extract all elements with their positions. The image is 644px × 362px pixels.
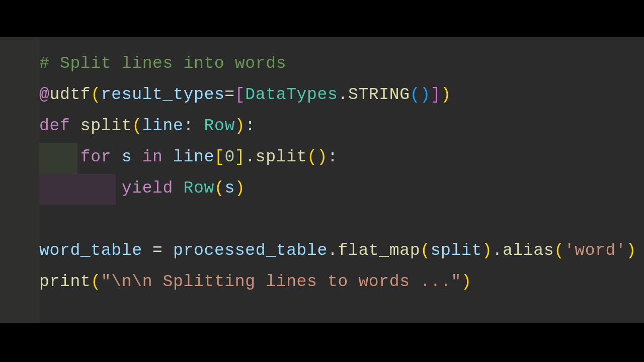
- string-token: "\n\n Splitting lines to words ...": [101, 273, 461, 291]
- code-line-assignment: word_table = processed_table.flat_map(sp…: [39, 235, 644, 266]
- indent-guide: [77, 174, 116, 205]
- paren-token: ): [441, 85, 451, 104]
- bracket-token: [: [235, 85, 245, 104]
- paren-token: ): [626, 241, 636, 260]
- paren-token: (: [214, 179, 224, 198]
- paren-token: ): [235, 179, 245, 198]
- letterbox-top: [0, 0, 644, 37]
- paren-token: ): [420, 85, 430, 104]
- op-token: =: [224, 85, 234, 104]
- space-token: [70, 117, 80, 135]
- dot-token: .: [338, 85, 348, 104]
- method-token: split: [256, 148, 307, 166]
- variable-token: s: [122, 148, 132, 166]
- colon-token: :: [328, 148, 338, 166]
- param-token: line: [142, 117, 184, 135]
- paren-token: ): [482, 241, 492, 260]
- keyword-token: in: [142, 148, 163, 166]
- indent-guide: [39, 143, 77, 174]
- colon-token: :: [245, 117, 255, 135]
- code-line-decorator: @udtf(result_types=[DataTypes.STRING()]): [39, 79, 644, 111]
- builtin-token: print: [39, 273, 91, 291]
- space-token: [173, 179, 183, 198]
- paren-token: (: [554, 241, 564, 260]
- paren-token: ): [235, 117, 245, 135]
- code-line-comment: # Split lines into words: [39, 48, 644, 79]
- keyword-token: for: [80, 148, 111, 166]
- param-token: result_types: [101, 85, 225, 104]
- paren-token: (: [91, 85, 101, 104]
- blank-line: [39, 204, 644, 235]
- letterbox-bottom: [0, 323, 644, 362]
- keyword-token: yield: [122, 179, 173, 198]
- method-token: STRING: [348, 85, 410, 104]
- space-token: [194, 117, 204, 135]
- code-line-for: for s in line[0].split():: [39, 142, 644, 173]
- comment-token: # Split lines into words: [39, 54, 286, 73]
- op-token: =: [142, 241, 173, 260]
- at-token: @: [39, 85, 49, 104]
- space-token: [132, 148, 142, 166]
- keyword-token: def: [39, 117, 70, 135]
- method-token: alias: [503, 241, 554, 260]
- method-token: flat_map: [338, 241, 420, 260]
- arg-token: split: [431, 241, 482, 260]
- indent-guide: [39, 174, 77, 205]
- paren-token: (: [132, 117, 142, 135]
- type-token: Row: [204, 117, 234, 135]
- paren-token: (: [420, 241, 430, 260]
- paren-token: (: [91, 273, 101, 291]
- code-content[interactable]: # Split lines into words @udtf(result_ty…: [39, 37, 644, 323]
- code-line-yield: yield Row(s): [39, 173, 644, 204]
- dot-token: .: [492, 241, 502, 260]
- code-line-print: print("\n\n Splitting lines to words ...…: [39, 266, 644, 298]
- paren-token: (: [307, 148, 317, 166]
- bracket-token: [: [214, 148, 224, 166]
- paren-token: ): [317, 148, 328, 166]
- number-token: 0: [224, 148, 234, 166]
- variable-token: processed_table: [173, 241, 328, 260]
- decorator-name: udtf: [49, 85, 91, 104]
- code-editor[interactable]: # Split lines into words @udtf(result_ty…: [0, 37, 644, 323]
- dot-token: .: [245, 148, 255, 166]
- space-token: [111, 148, 121, 166]
- string-token: 'word': [565, 241, 626, 260]
- bracket-token: ]: [431, 85, 441, 104]
- type-token: Row: [184, 179, 214, 198]
- editor-gutter: [0, 37, 39, 323]
- variable-token: s: [224, 179, 234, 198]
- code-line-def: def split(line: Row):: [39, 111, 644, 142]
- bracket-token: ]: [235, 148, 245, 166]
- type-token: DataTypes: [245, 85, 338, 104]
- dot-token: .: [328, 241, 338, 260]
- variable-token: word_table: [39, 241, 142, 260]
- colon-token: :: [184, 117, 194, 135]
- variable-token: line: [173, 148, 214, 166]
- paren-token: ): [461, 273, 471, 291]
- paren-token: (: [410, 85, 420, 104]
- function-name: split: [80, 117, 132, 135]
- space-token: [163, 148, 173, 166]
